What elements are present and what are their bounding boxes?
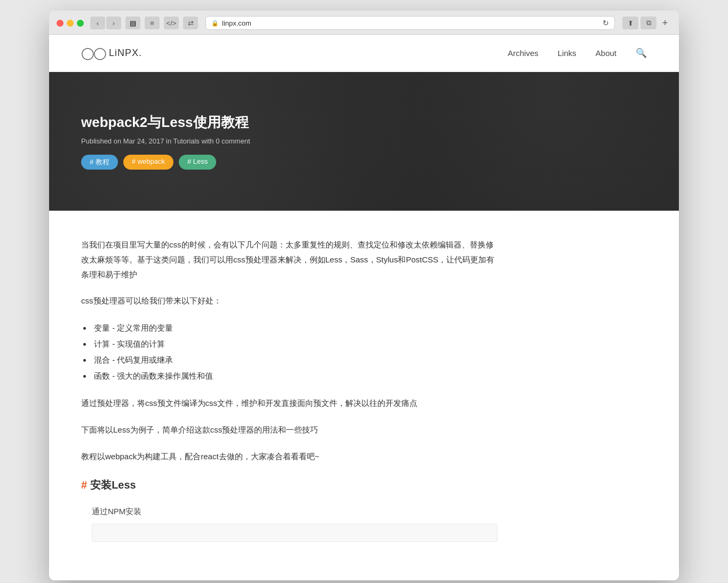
browser-chrome: ‹ › ▤ ≡ </> ⇄ 🔒 ↻ ⬆ ⧉ + — [49, 11, 679, 35]
browser-window: ‹ › ▤ ≡ </> ⇄ 🔒 ↻ ⬆ ⧉ + ◯◯ LiNPX. — [49, 11, 679, 580]
intro-paragraph-5: 教程以webpack为构建工具，配合react去做的，大家凑合着看看吧~ — [81, 449, 497, 464]
logo-icon: ◯◯ — [81, 46, 106, 60]
traffic-lights — [57, 20, 84, 27]
hero-content: webpack2与Less使用教程 Published on Mar 24, 2… — [81, 113, 250, 170]
sidebar-icon: ▤ — [130, 19, 136, 27]
translate-button[interactable]: ⇄ — [183, 17, 198, 29]
list-item-function: 函数 - 强大的函数来操作属性和值 — [92, 368, 497, 384]
section-hash-icon: # — [81, 475, 87, 494]
list-item-mixin: 混合 - 代码复用或继承 — [92, 352, 497, 368]
tag-tutorials[interactable]: # 教程 — [81, 155, 118, 170]
logo-text: LiNPX. — [109, 47, 142, 59]
minimize-button[interactable] — [67, 20, 74, 27]
code-block — [92, 524, 497, 542]
intro-paragraph-1: 当我们在项目里写大量的css的时候，会有以下几个问题：太多重复性的规则、查找定位… — [81, 237, 497, 282]
browser-nav-buttons: ‹ › — [90, 17, 121, 29]
close-button[interactable] — [57, 20, 64, 27]
sidebar-toggle-button[interactable]: ▤ — [125, 17, 140, 29]
article-tags: # 教程 # webpack # Less — [81, 155, 250, 170]
website-content: ◯◯ LiNPX. Archives Links About 🔍 webpack… — [49, 35, 679, 580]
devtools-button[interactable]: </> — [164, 17, 179, 29]
lock-icon: 🔒 — [211, 20, 219, 27]
list-item-calc: 计算 - 实现值的计算 — [92, 336, 497, 352]
npm-install-section: 通过NPM安装 — [92, 504, 497, 542]
nav-archives[interactable]: Archives — [508, 49, 539, 58]
article-meta: Published on Mar 24, 2017 in Tutorials w… — [81, 137, 250, 145]
site-navigation: ◯◯ LiNPX. Archives Links About 🔍 — [49, 35, 679, 72]
list-item-variables: 变量 - 定义常用的变量 — [92, 320, 497, 336]
maximize-button[interactable] — [77, 20, 84, 27]
back-button[interactable]: ‹ — [90, 17, 105, 29]
share-button[interactable]: ⬆ — [622, 17, 638, 29]
benefits-list: 变量 - 定义常用的变量 计算 - 实现值的计算 混合 - 代码复用或继承 函数… — [92, 320, 497, 384]
article-title: webpack2与Less使用教程 — [81, 113, 250, 132]
address-bar-container: 🔒 ↻ — [205, 16, 615, 30]
intro-paragraph-3: 通过预处理器，将css预文件编译为css文件，维护和开发直接面向预文件，解决以往… — [81, 396, 497, 411]
browser-actions: ⬆ ⧉ + — [622, 17, 671, 29]
nav-about[interactable]: About — [596, 49, 616, 58]
article-body: 当我们在项目里写大量的css的时候，会有以下几个问题：太多重复性的规则、查找定位… — [49, 211, 529, 580]
forward-button[interactable]: › — [106, 17, 121, 29]
refresh-button[interactable]: ↻ — [603, 19, 609, 27]
search-icon[interactable]: 🔍 — [636, 47, 647, 59]
new-tab-button[interactable]: + — [659, 17, 671, 29]
hero-banner: webpack2与Less使用教程 Published on Mar 24, 2… — [49, 72, 679, 211]
section-install-heading: # 安装Less — [81, 475, 497, 494]
section-heading-text: 安装Less — [90, 475, 136, 494]
nav-links: Archives Links About 🔍 — [508, 47, 647, 59]
reader-button[interactable]: ≡ — [145, 17, 160, 29]
tag-less[interactable]: # Less — [179, 155, 216, 170]
tab-button[interactable]: ⧉ — [640, 17, 656, 29]
address-bar[interactable] — [222, 19, 599, 27]
intro-paragraph-2: css预处理器可以给我们带来以下好处： — [81, 293, 497, 308]
site-logo[interactable]: ◯◯ LiNPX. — [81, 46, 142, 60]
npm-install-text: 通过NPM安装 — [92, 504, 497, 518]
tag-webpack[interactable]: # webpack — [123, 155, 173, 170]
intro-paragraph-4: 下面将以Less为例子，简单介绍这款css预处理器的用法和一些技巧 — [81, 422, 497, 437]
nav-links-item[interactable]: Links — [558, 49, 576, 58]
